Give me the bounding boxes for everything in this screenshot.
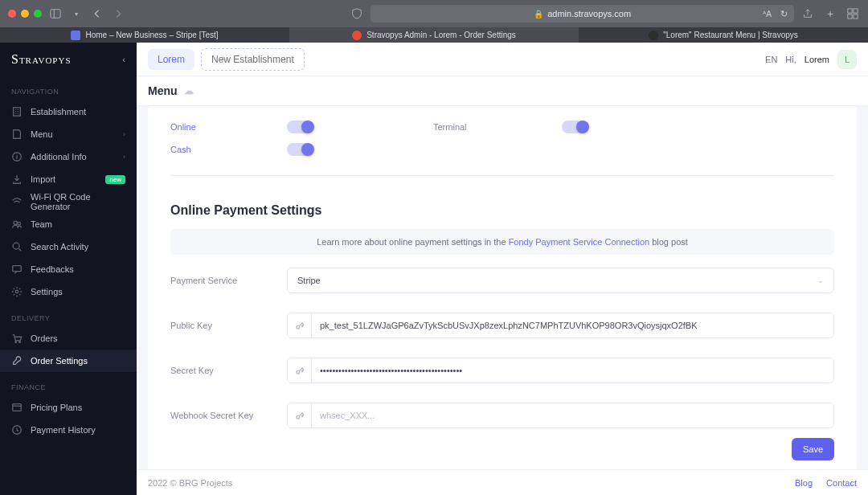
browser-tabs: Home – New Business – Stripe [Test] Stra… [0, 27, 868, 43]
chevron-right-icon: › [123, 153, 125, 161]
sidebar-item-payment-history[interactable]: Payment History [0, 419, 137, 441]
webhook-key-input[interactable] [312, 403, 833, 428]
field-label-secret-key: Secret Key [170, 366, 287, 375]
sidebar-section-label: FINANCE [0, 383, 137, 396]
building-icon [11, 106, 23, 117]
user-name: Lorem [805, 55, 829, 64]
plans-icon [11, 402, 23, 413]
establishment-tab-active[interactable]: Lorem [148, 49, 194, 70]
sidebar-item-team[interactable]: Team [0, 213, 137, 235]
sidebar-item-orders[interactable]: Orders [0, 327, 137, 350]
window-controls[interactable] [8, 10, 42, 18]
secret-key-input[interactable] [312, 358, 833, 382]
browser-tab-2[interactable]: "Lorem" Restaurant Menu | Stravopys [579, 27, 868, 43]
import-icon [11, 174, 23, 185]
sidebar-item-establishment[interactable]: Establishment [0, 100, 137, 123]
favicon-icon [71, 31, 80, 40]
footer-link-contact[interactable]: Contact [826, 478, 857, 488]
svg-rect-6 [14, 108, 21, 117]
toggle-online[interactable] [287, 121, 313, 133]
share-icon[interactable] [800, 6, 815, 21]
sidebar-section-label: DELIVERY [0, 314, 137, 327]
key-icon [288, 313, 312, 338]
back-icon[interactable] [90, 6, 104, 21]
sidebar-item-label: Menu [31, 129, 53, 139]
browser-tab-0[interactable]: Home – New Business – Stripe [Test] [0, 27, 289, 43]
browser-tab-label: "Lorem" Restaurant Menu | Stravopys [663, 31, 798, 39]
chevron-down-icon[interactable]: ▾ [69, 6, 84, 21]
sidebar-item-search-activity[interactable]: Search Activity [0, 235, 137, 258]
sidebar-item-pricing-plans[interactable]: Pricing Plans [0, 396, 137, 419]
new-establishment-button[interactable]: New Establishment [201, 48, 305, 71]
sidebar-item-wifi-qr[interactable]: Wi-Fi QR Code Generator [0, 190, 137, 213]
key-icon [288, 403, 312, 428]
sidebar: Stravopys ‹ NAVIGATION Establishment Men… [0, 43, 137, 495]
minimize-window-icon[interactable] [21, 10, 29, 18]
page-title: Menu [148, 84, 178, 97]
browser-tab-label: Stravopys Admin - Lorem - Order Settings [366, 31, 516, 39]
avatar[interactable]: L [837, 50, 857, 69]
toggle-terminal[interactable] [562, 121, 588, 133]
field-label-webhook-key: Webhook Secret Key [170, 411, 287, 420]
reload-icon[interactable]: ↻ [780, 9, 788, 19]
url-bar[interactable]: 🔒 admin.stravopys.com ᴬA ↻ [371, 5, 794, 22]
svg-rect-3 [854, 9, 858, 13]
sidebar-item-label: Additional Info [31, 152, 87, 162]
sidebar-item-label: Import [31, 174, 55, 184]
svg-point-17 [296, 325, 299, 329]
sidebar-item-feedbacks[interactable]: Feedbacks [0, 258, 137, 280]
svg-rect-2 [848, 9, 852, 13]
forward-icon[interactable] [111, 6, 125, 21]
toggle-cash[interactable] [287, 143, 313, 156]
footer-copy: 2022 © BRG Projects [148, 478, 232, 488]
browser-tab-label: Home – New Business – Stripe [Test] [85, 31, 218, 39]
url-text: admin.stravopys.com [547, 9, 631, 18]
team-icon [11, 219, 23, 230]
main-header: Lorem New Establishment EN Hi, Lorem L [137, 43, 868, 76]
svg-point-8 [14, 221, 17, 224]
svg-point-9 [18, 222, 21, 225]
settings-card: Online Terminal Cash Online Payment Se [148, 106, 857, 475]
sidebar-header: Stravopys ‹ [0, 43, 137, 76]
sidebar-section-label: NAVIGATION [0, 88, 137, 100]
info-link[interactable]: Fondy Payment Service Connection [509, 237, 649, 247]
history-icon [11, 424, 23, 436]
browser-tab-1[interactable]: Stravopys Admin - Lorem - Order Settings [289, 27, 579, 43]
maximize-window-icon[interactable] [34, 10, 42, 18]
reader-icon[interactable]: ᴬA [763, 10, 772, 18]
public-key-input[interactable] [312, 313, 833, 338]
menu-icon [11, 129, 23, 140]
language-switch[interactable]: EN [765, 55, 777, 64]
payment-service-select[interactable]: Stripe ⌄ [287, 268, 834, 293]
sidebar-item-import[interactable]: Import new [0, 168, 137, 190]
save-button[interactable]: Save [792, 438, 834, 460]
greeting: Hi, [785, 55, 796, 64]
chevron-right-icon: › [123, 130, 125, 138]
sidebar-item-label: Feedbacks [31, 264, 74, 274]
sidebar-item-additional-info[interactable]: Additional Info › [0, 145, 137, 168]
wrench-icon [11, 355, 23, 366]
sidebar-toggle-icon[interactable] [48, 6, 63, 21]
svg-rect-5 [854, 14, 858, 18]
sidebar-item-label: Wi-Fi QR Code Generator [31, 192, 125, 211]
feedback-icon [11, 264, 23, 275]
main-area: Lorem New Establishment EN Hi, Lorem L M… [137, 43, 868, 495]
toggle-label-cash: Cash [170, 145, 287, 154]
cloud-icon[interactable]: ☁ [184, 85, 194, 96]
chevron-down-icon: ⌄ [817, 276, 824, 284]
field-label-payment-service: Payment Service [170, 276, 287, 285]
toggle-label-online: Online [170, 122, 287, 132]
svg-point-13 [15, 342, 17, 343]
sidebar-item-settings[interactable]: Settings [0, 280, 137, 303]
footer-link-blog[interactable]: Blog [795, 478, 813, 488]
new-badge: new [105, 175, 125, 184]
sidebar-item-order-settings[interactable]: Order Settings [0, 350, 137, 372]
sidebar-collapse-icon[interactable]: ‹ [122, 55, 125, 64]
sidebar-item-menu[interactable]: Menu › [0, 123, 137, 145]
sidebar-item-label: Search Activity [31, 242, 88, 252]
search-icon [11, 241, 23, 252]
tab-overview-icon[interactable] [845, 6, 860, 21]
shield-icon[interactable] [350, 6, 364, 21]
close-window-icon[interactable] [8, 10, 16, 18]
new-tab-icon[interactable]: + [823, 6, 837, 21]
